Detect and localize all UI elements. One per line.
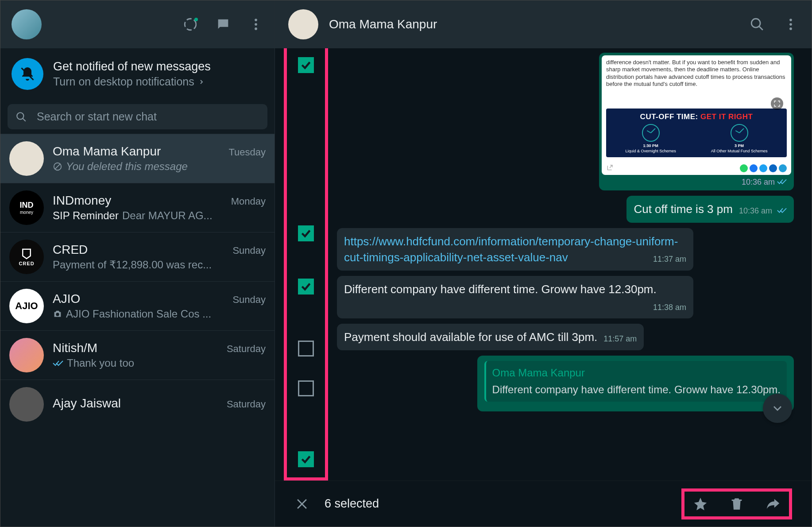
chat-info: Ajay JaiswalSaturday	[53, 396, 266, 412]
notification-text: Get notified of new messages Turn on des…	[53, 60, 211, 88]
chat-list-item[interactable]: AJIOAJIOSunday AJIO Fashionation Sale Co…	[0, 281, 275, 330]
chat-menu-dots-icon[interactable]	[783, 17, 798, 32]
svg-rect-1	[220, 23, 225, 24]
chat-info: AJIOSunday AJIO Fashionation Sale Cos ..…	[53, 292, 266, 320]
image-preview[interactable]: difference doesn't matter. But if you wa…	[602, 55, 791, 175]
message-time: 11:57 am	[603, 333, 637, 345]
svg-point-11	[751, 19, 760, 27]
chat-avatar	[9, 141, 44, 176]
search-input[interactable]	[37, 110, 259, 123]
chat-preview: Thank you too	[53, 357, 266, 369]
chat-list: Oma Mama KanpurTuesdayYou deleted this m…	[0, 134, 275, 527]
svg-line-7	[23, 118, 26, 121]
message-row[interactable]: Cut off time is 3 pm10:36 am	[284, 196, 794, 222]
chat-name: Oma Mama Kanpur	[53, 144, 161, 159]
new-chat-icon[interactable]	[216, 17, 231, 32]
expand-image-icon[interactable]	[771, 97, 783, 110]
message-bubble: https://www.hdfcfund.com/information/tem…	[337, 228, 693, 271]
chat-list-item[interactable]: Nitish/MSaturday Thank you too	[0, 330, 275, 380]
chat-name: INDmoney	[53, 194, 111, 208]
image-message-time: 10:36 am	[602, 175, 791, 188]
selection-action-bar: 6 selected	[275, 480, 812, 527]
chat-header: Oma Mama Kanpur	[275, 0, 812, 48]
chat-date: Saturday	[227, 343, 266, 355]
trash-icon[interactable]	[728, 495, 746, 513]
quoted-message[interactable]: Oma Mama KanpurDifferent company have di…	[484, 361, 787, 401]
bell-off-icon	[12, 58, 43, 90]
double-check-icon	[777, 178, 787, 186]
selection-count: 6 selected	[325, 497, 379, 511]
double-check-icon	[53, 357, 63, 369]
chat-info: INDmoneyMondaySIP Reminder Dear MAYUR AG…	[53, 194, 266, 222]
image-banner: CUT-OFF TIME: GET IT RIGHT 1:30 PMLiquid…	[606, 108, 787, 157]
linkedin-share-icon	[769, 164, 777, 172]
menu-dots-icon[interactable]	[248, 17, 263, 32]
chat-date: Sunday	[232, 245, 266, 256]
quote-sender: Oma Mama Kanpur	[492, 365, 781, 380]
svg-point-0	[185, 19, 196, 30]
chat-avatar: AJIO	[9, 289, 44, 323]
scroll-to-bottom-button[interactable]	[763, 394, 792, 423]
chat-preview: Payment of ₹12,898.00 was rec...	[53, 259, 266, 271]
search-wrapper	[0, 100, 275, 134]
notification-banner[interactable]: Get notified of new messages Turn on des…	[0, 48, 275, 100]
selection-actions	[681, 488, 792, 519]
notification-subtitle: Turn on desktop notifications	[53, 75, 211, 88]
chat-info: Oma Mama KanpurTuesdayYou deleted this m…	[53, 144, 266, 173]
chat-preview: SIP Reminder Dear MAYUR AG...	[53, 209, 266, 222]
message-text: Different company have different time. G…	[344, 283, 657, 296]
svg-point-4	[255, 27, 257, 30]
message-row[interactable]: Payment should available for use of AMC …	[284, 324, 794, 350]
chat-title[interactable]: Oma Mama Kanpur	[329, 17, 437, 31]
close-selection-icon[interactable]	[294, 496, 309, 512]
star-icon[interactable]	[692, 495, 709, 513]
whatsapp-web-app: Get notified of new messages Turn on des…	[0, 0, 812, 527]
chat-list-item[interactable]: INDmoneyINDmoneyMondaySIP Reminder Dear …	[0, 183, 275, 232]
share-icon-row	[740, 164, 787, 172]
svg-line-12	[759, 26, 763, 30]
chat-preview: You deleted this message	[53, 160, 266, 173]
svg-point-15	[789, 27, 792, 30]
notification-title: Get notified of new messages	[53, 60, 211, 74]
message-row-image[interactable]: difference doesn't matter. But if you wa…	[284, 53, 794, 190]
chat-list-item[interactable]: CREDCREDSundayPayment of ₹12,898.00 was …	[0, 232, 275, 281]
message-link[interactable]: https://www.hdfcfund.com/information/tem…	[344, 235, 678, 264]
search-icon	[15, 111, 27, 123]
chat-date: Monday	[231, 196, 266, 207]
message-row[interactable]: Oma Mama KanpurDifferent company have di…	[284, 356, 794, 411]
search-in-chat-icon[interactable]	[750, 17, 765, 32]
chat-info: Nitish/MSaturday Thank you too	[53, 341, 266, 369]
chat-avatar	[9, 338, 44, 372]
message-text: Payment should available for use of AMC …	[344, 330, 597, 344]
svg-point-2	[255, 19, 257, 21]
telegram-share-icon	[779, 164, 787, 172]
status-icon[interactable]	[183, 17, 198, 32]
chevron-right-icon	[198, 78, 205, 85]
prohibited-icon	[53, 162, 62, 171]
message-bubble: Cut off time is 3 pm10:36 am	[626, 196, 794, 222]
search-bar[interactable]	[8, 104, 267, 129]
chat-name: CRED	[53, 243, 88, 257]
chat-list-item[interactable]: Oma Mama KanpurTuesdayYou deleted this m…	[0, 134, 275, 183]
sidebar-actions	[183, 17, 263, 32]
message-row[interactable]: Different company have different time. G…	[284, 276, 794, 318]
chat-list-item[interactable]: Ajay JaiswalSaturday	[0, 380, 275, 429]
twitter-share-icon	[759, 164, 767, 172]
my-avatar[interactable]	[12, 9, 42, 39]
chat-pane: Oma Mama Kanpur difference doesn't matte…	[275, 0, 812, 527]
message-bubble: Oma Mama KanpurDifferent company have di…	[477, 356, 794, 411]
chat-name: AJIO	[53, 292, 80, 306]
message-row[interactable]: https://www.hdfcfund.com/information/tem…	[284, 228, 794, 271]
svg-point-14	[789, 23, 792, 26]
chat-date: Tuesday	[228, 147, 266, 158]
quote-text: Different company have different time. G…	[492, 382, 781, 397]
sidebar: Get notified of new messages Turn on des…	[0, 0, 275, 527]
chat-contact-avatar[interactable]	[288, 9, 318, 39]
message-select-checkbox[interactable]	[298, 451, 314, 467]
message-time: 11:38 am	[653, 302, 686, 313]
messages-area: difference doesn't matter. But if you wa…	[275, 48, 812, 480]
chat-avatar	[9, 387, 44, 422]
forward-icon[interactable]	[764, 495, 782, 513]
facebook-share-icon	[750, 164, 758, 172]
chat-name: Ajay Jaiswal	[53, 396, 121, 411]
